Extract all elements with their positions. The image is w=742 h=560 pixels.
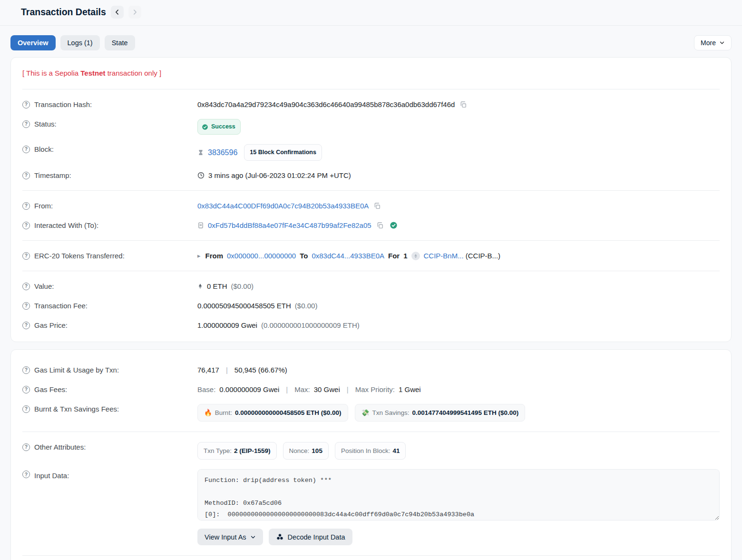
max-priority-label: Max Priority: (355, 384, 395, 394)
token-name-link[interactable]: CCIP-BnM... (424, 251, 464, 261)
transaction-fee-usd: ($0.00) (295, 301, 318, 311)
transaction-hash-label: Transaction Hash: (34, 99, 92, 109)
notice-suffix: transaction only ] (106, 69, 162, 77)
help-icon[interactable] (22, 366, 30, 374)
help-icon[interactable] (22, 405, 30, 413)
divider (22, 555, 720, 556)
help-icon[interactable] (22, 471, 30, 478)
erc20-from-label: From (205, 251, 224, 261)
verified-check-icon (390, 221, 398, 229)
decode-input-data-label: Decode Input Data (288, 533, 345, 541)
copy-hash-button[interactable] (459, 101, 467, 108)
row-burnt-fees: Burnt & Txn Savings Fees: 🔥 Burnt: 0.000… (22, 399, 720, 426)
token-symbol: (CCIP-B...) (466, 251, 500, 261)
row-block: Block: 3836596 15 Block Confirmations (22, 139, 720, 166)
erc20-to-link[interactable]: 0x83dC44...4933BE0A (312, 251, 384, 261)
txn-savings-value: 0.001477404999541495 ETH ($0.00) (412, 408, 518, 418)
burnt-badge: 🔥 Burnt: 0.000000000000458505 ETH ($0.00… (197, 404, 348, 422)
help-icon[interactable] (22, 202, 30, 210)
help-icon[interactable] (22, 146, 30, 153)
erc20-for-label: For (388, 251, 400, 261)
txn-savings-badge: 💸 Txn Savings: 0.001477404999541495 ETH … (355, 404, 526, 422)
token-logo-icon (411, 252, 420, 260)
check-circle-icon (202, 124, 208, 130)
view-input-as-label: View Input As (205, 533, 246, 541)
gas-fees-label: Gas Fees: (34, 384, 67, 394)
details-card: Gas Limit & Usage by Txn: 76,417 | 50,94… (10, 349, 732, 560)
next-transaction-button[interactable] (128, 6, 141, 19)
copy-icon (373, 202, 381, 210)
help-icon[interactable] (22, 252, 30, 260)
status-value: Success (211, 122, 235, 132)
chevron-down-icon (250, 534, 256, 540)
value-label: Value: (34, 281, 54, 291)
help-icon[interactable] (22, 172, 30, 179)
divider (22, 432, 720, 432)
help-icon[interactable] (22, 443, 30, 451)
gas-limit-label: Gas Limit & Usage by Txn: (34, 365, 119, 375)
help-icon[interactable] (22, 120, 30, 128)
help-icon[interactable] (22, 101, 30, 108)
money-wings-icon: 💸 (361, 408, 370, 418)
separator: | (347, 384, 349, 394)
row-timestamp: Timestamp: 3 mins ago (Jul-06-2023 01:02… (22, 166, 720, 185)
erc20-from-link[interactable]: 0x000000...00000000 (227, 251, 296, 261)
block-number-link[interactable]: 3836596 (208, 147, 237, 157)
copy-to-button[interactable] (375, 222, 384, 229)
input-data-textarea[interactable]: Function: drip(address token) *** Method… (197, 469, 720, 521)
copy-from-button[interactable] (372, 202, 381, 210)
block-label: Block: (34, 144, 54, 154)
tab-logs[interactable]: Logs (1) (60, 35, 100, 50)
max-priority-value: 1 Gwei (399, 384, 421, 394)
row-gas-limit: Gas Limit & Usage by Txn: 76,417 | 50,94… (22, 360, 720, 380)
other-attributes-label: Other Attributes: (34, 442, 86, 452)
from-label: From: (34, 201, 53, 211)
help-icon[interactable] (22, 322, 30, 329)
nonce-badge: Nonce: 105 (283, 442, 329, 460)
row-other-attributes: Other Attributes: Txn Type: 2 (EIP-1559)… (22, 437, 720, 464)
row-erc20-transfers: ERC-20 Tokens Transferred: ▸ From 0x0000… (22, 246, 720, 265)
gas-price-eth: (0.000000001000000009 ETH) (261, 320, 360, 330)
gas-usage-value: 50,945 (66.67%) (234, 365, 287, 375)
max-fee-label: Max: (294, 384, 310, 394)
view-input-as-button[interactable]: View Input As (197, 529, 263, 545)
erc20-to-label: To (300, 251, 308, 261)
fire-icon: 🔥 (204, 408, 212, 418)
tab-state[interactable]: State (105, 35, 135, 50)
row-gas-fees: Gas Fees: Base: 0.000000009 Gwei | Max: … (22, 380, 720, 399)
transaction-hash-value: 0x843dc70a4a29d79234c49a904c363d6c46640a… (197, 99, 455, 109)
row-transaction-fee: Transaction Fee: 0.000050945000458505 ET… (22, 296, 720, 315)
help-icon[interactable] (22, 283, 30, 290)
help-icon[interactable] (22, 302, 30, 310)
tab-overview[interactable]: Overview (10, 35, 56, 50)
erc20-label: ERC-20 Tokens Transferred: (34, 251, 125, 261)
chevron-right-icon (132, 9, 138, 15)
to-address-link[interactable]: 0xFd57b4ddBf88a4e07fF4e34C487b99af2Fe82a… (208, 220, 371, 230)
overview-card: [ This is a Sepolia Testnet transaction … (10, 57, 732, 342)
copy-icon (376, 222, 384, 229)
page-title: Transaction Details (21, 7, 106, 18)
more-button[interactable]: More (694, 35, 732, 50)
divider (22, 271, 720, 271)
burnt-value: 0.000000000000458505 ETH ($0.00) (235, 408, 342, 418)
separator: | (226, 365, 228, 375)
transaction-fee-amount: 0.000050945000458505 ETH (197, 301, 291, 311)
page-header: Transaction Details (0, 0, 742, 26)
help-icon[interactable] (22, 222, 30, 229)
decode-input-data-button[interactable]: Decode Input Data (269, 529, 352, 545)
value-amount: 0 ETH (207, 281, 227, 291)
caret-right-icon: ▸ (197, 251, 201, 261)
help-icon[interactable] (22, 386, 30, 393)
transaction-fee-label: Transaction Fee: (34, 301, 88, 311)
position-label: Position In Block: (341, 446, 391, 456)
txn-type-badge: Txn Type: 2 (EIP-1559) (197, 442, 277, 460)
previous-transaction-button[interactable] (111, 6, 124, 19)
chevron-left-icon (114, 9, 120, 15)
more-button-label: More (701, 39, 716, 47)
notice-prefix: [ This is a Sepolia (22, 69, 80, 77)
divider (22, 190, 720, 191)
tab-bar: Overview Logs (1) State (10, 35, 135, 50)
base-fee-value: 0.000000009 Gwei (219, 384, 279, 394)
gas-price-label: Gas Price: (34, 320, 68, 330)
from-address-link[interactable]: 0x83dC44a4C00DFf69d0A0c7c94B20b53a4933BE… (197, 201, 369, 211)
